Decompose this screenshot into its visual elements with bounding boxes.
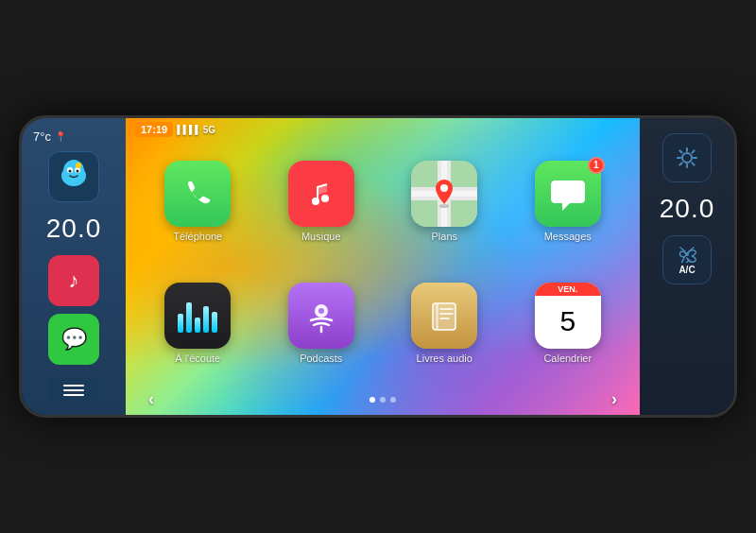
bar-4 <box>203 306 209 333</box>
menu-line-2 <box>63 389 84 391</box>
messages-mini-button[interactable]: 💬 <box>48 314 99 365</box>
svg-point-7 <box>302 175 340 213</box>
waze-icon <box>58 158 90 197</box>
signal-bars-icon: ▌▌▌▌ <box>177 125 201 134</box>
status-bar: 17:19 ▌▌▌▌ 5G <box>126 118 640 139</box>
ac-label: A/C <box>679 265 695 275</box>
menu-button[interactable] <box>48 377 99 404</box>
gear-icon <box>674 145 700 171</box>
podcasts-icon <box>288 283 354 349</box>
car-infotainment-display: 7°c 📍 20.0 ♪ 💬 <box>19 115 737 418</box>
messages-icon: 1 <box>535 161 601 227</box>
messages-badge: 1 <box>588 157 605 174</box>
calendar-icon: VEN. 5 <box>535 283 601 349</box>
messages-mini-icon: 💬 <box>61 327 87 352</box>
location-icon: 📍 <box>55 131 66 142</box>
app-calendar[interactable]: VEN. 5 Calendrier <box>511 267 626 381</box>
ac-button[interactable]: A/C <box>662 235 712 284</box>
bar-5 <box>212 312 217 333</box>
music-mini-button[interactable]: ♪ <box>48 255 99 306</box>
maps-icon <box>411 161 477 227</box>
audio-bars <box>178 299 217 333</box>
calendar-day-name: VEN. <box>535 283 601 296</box>
music-icon <box>288 161 354 227</box>
app-podcasts[interactable]: Podcasts <box>265 267 379 381</box>
menu-line-3 <box>63 394 84 396</box>
dot-1[interactable] <box>369 397 375 403</box>
svg-point-15 <box>439 204 449 208</box>
dot-3[interactable] <box>390 397 396 403</box>
calendar-label: Calendrier <box>543 352 592 364</box>
svg-point-26 <box>685 252 689 256</box>
next-arrow[interactable]: › <box>604 389 625 409</box>
prev-arrow[interactable]: ‹ <box>141 389 162 409</box>
app-audiobooks[interactable]: Livres audio <box>387 267 502 381</box>
app-maps[interactable]: Plans <box>387 145 502 258</box>
menu-line-1 <box>63 385 84 387</box>
app-music[interactable]: Musique <box>265 145 379 258</box>
nowplaying-icon <box>164 283 231 349</box>
svg-point-18 <box>318 308 324 314</box>
svg-point-9 <box>321 195 329 202</box>
svg-point-16 <box>440 184 448 192</box>
bar-1 <box>178 314 183 333</box>
svg-point-25 <box>682 153 692 163</box>
dot-2[interactable] <box>380 397 386 403</box>
nowplaying-label: À l'écoute <box>175 352 220 364</box>
left-climate-panel: 7°c 📍 20.0 ♪ 💬 <box>22 118 126 415</box>
right-climate-panel: 20.0 A/C <box>640 118 734 415</box>
audiobooks-icon <box>411 283 477 349</box>
apps-grid: Téléphone Musique <box>126 139 640 387</box>
status-time: 17:19 <box>135 122 173 137</box>
podcasts-label: Podcasts <box>300 352 342 364</box>
fan-icon <box>677 246 697 263</box>
bar-3 <box>195 318 200 333</box>
left-temp-value: 20.0 <box>46 214 102 244</box>
app-phone[interactable]: Téléphone <box>141 145 255 258</box>
messages-label: Messages <box>544 231 592 242</box>
phone-icon <box>164 161 231 227</box>
page-dots <box>169 397 596 403</box>
bottom-navigation: ‹ › <box>126 387 640 415</box>
app-nowplaying[interactable]: À l'écoute <box>141 267 255 381</box>
settings-button[interactable] <box>662 133 712 182</box>
svg-point-8 <box>312 198 319 205</box>
bar-2 <box>186 302 192 333</box>
phone-label: Téléphone <box>173 231 222 242</box>
audiobooks-label: Livres audio <box>417 352 472 364</box>
outside-temp-value: 7°c <box>33 129 51 144</box>
music-note-icon: ♪ <box>69 268 79 293</box>
calendar-day-number: 5 <box>559 305 576 337</box>
svg-point-4 <box>69 169 72 172</box>
svg-point-6 <box>76 163 81 168</box>
network-type: 5G <box>203 125 215 135</box>
svg-point-1 <box>63 160 84 182</box>
svg-rect-21 <box>436 303 438 330</box>
waze-button[interactable] <box>48 151 99 202</box>
right-temp-value: 20.0 <box>660 194 715 224</box>
maps-label: Plans <box>431 231 457 242</box>
outside-temp-display: 7°c 📍 <box>29 129 66 144</box>
music-label: Musique <box>301 231 341 242</box>
svg-point-5 <box>77 169 79 172</box>
app-messages[interactable]: 1 Messages <box>511 145 626 258</box>
carplay-screen: 17:19 ▌▌▌▌ 5G Téléphone <box>126 118 640 415</box>
